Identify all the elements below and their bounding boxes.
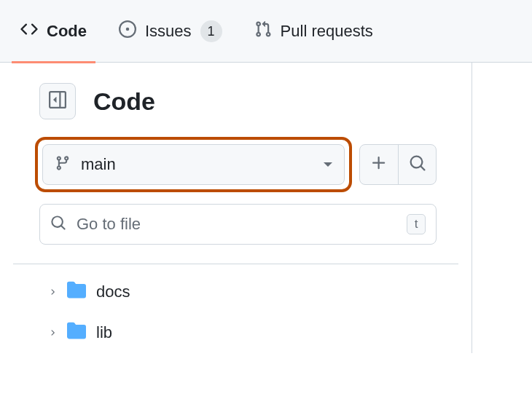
- content-gutter: [472, 63, 532, 353]
- issues-count-badge: 1: [200, 20, 222, 42]
- tree-item-label: docs: [96, 282, 130, 301]
- code-icon: [20, 20, 38, 42]
- tab-code[interactable]: Code: [13, 0, 94, 63]
- file-sidebar: Code main: [0, 63, 472, 353]
- pull-request-icon: [254, 20, 272, 42]
- issue-icon: [119, 20, 136, 42]
- chevron-right-icon: [48, 328, 57, 337]
- tab-pull-requests[interactable]: Pull requests: [247, 0, 380, 63]
- tab-pulls-label: Pull requests: [281, 22, 373, 41]
- tab-issues-label: Issues: [145, 22, 192, 41]
- search-placeholder: Go to file: [77, 215, 396, 234]
- page-title: Code: [93, 87, 155, 116]
- tree-row-lib[interactable]: lib: [13, 312, 458, 353]
- search-icon: [50, 215, 66, 234]
- main-area: Code main: [0, 63, 532, 353]
- branch-action-group: [359, 144, 437, 185]
- file-search-input[interactable]: Go to file t: [39, 204, 437, 245]
- sidebar-header: Code: [13, 83, 458, 119]
- plus-icon: [370, 154, 388, 175]
- git-branch-icon: [55, 155, 71, 174]
- sidebar-collapse-icon: [49, 91, 66, 111]
- dropdown-caret-icon: [324, 162, 332, 167]
- add-file-button[interactable]: [360, 145, 398, 184]
- repo-tab-bar: Code Issues 1 Pull requests: [0, 0, 532, 63]
- file-search-row: Go to file t: [39, 204, 437, 245]
- file-tree: docs lib: [13, 264, 458, 353]
- collapse-panel-button[interactable]: [39, 83, 76, 119]
- folder-icon: [67, 321, 86, 344]
- keyboard-shortcut-hint: t: [407, 214, 426, 234]
- branch-row: main: [35, 137, 437, 192]
- branch-name: main: [81, 155, 313, 174]
- tree-row-docs[interactable]: docs: [13, 272, 458, 312]
- tree-item-label: lib: [96, 323, 112, 342]
- tab-issues[interactable]: Issues 1: [112, 0, 230, 63]
- tab-code-label: Code: [47, 22, 87, 41]
- branch-selector-button[interactable]: main: [42, 144, 345, 185]
- search-icon: [409, 154, 426, 175]
- chevron-right-icon: [48, 288, 57, 296]
- search-repo-button[interactable]: [398, 145, 436, 184]
- branch-selector-highlight: main: [35, 137, 352, 192]
- folder-icon: [67, 280, 86, 304]
